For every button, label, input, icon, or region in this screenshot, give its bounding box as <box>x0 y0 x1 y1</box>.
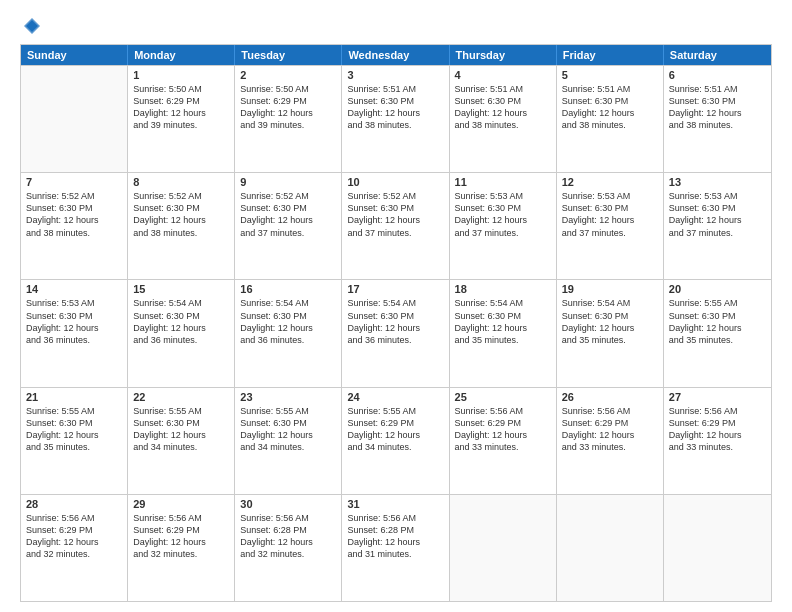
header-day-friday: Friday <box>557 45 664 65</box>
calendar-row-0: 1Sunrise: 5:50 AM Sunset: 6:29 PM Daylig… <box>21 65 771 172</box>
day-number: 18 <box>455 283 551 295</box>
header <box>20 16 772 36</box>
calendar-row-2: 14Sunrise: 5:53 AM Sunset: 6:30 PM Dayli… <box>21 279 771 386</box>
day-number: 30 <box>240 498 336 510</box>
day-number: 3 <box>347 69 443 81</box>
calendar-cell: 15Sunrise: 5:54 AM Sunset: 6:30 PM Dayli… <box>128 280 235 386</box>
day-number: 21 <box>26 391 122 403</box>
cell-details: Sunrise: 5:56 AM Sunset: 6:29 PM Dayligh… <box>455 405 551 454</box>
calendar-body: 1Sunrise: 5:50 AM Sunset: 6:29 PM Daylig… <box>21 65 771 601</box>
day-number: 11 <box>455 176 551 188</box>
calendar-cell: 29Sunrise: 5:56 AM Sunset: 6:29 PM Dayli… <box>128 495 235 601</box>
day-number: 13 <box>669 176 766 188</box>
cell-details: Sunrise: 5:52 AM Sunset: 6:30 PM Dayligh… <box>347 190 443 239</box>
calendar-row-4: 28Sunrise: 5:56 AM Sunset: 6:29 PM Dayli… <box>21 494 771 601</box>
cell-details: Sunrise: 5:53 AM Sunset: 6:30 PM Dayligh… <box>562 190 658 239</box>
cell-details: Sunrise: 5:53 AM Sunset: 6:30 PM Dayligh… <box>669 190 766 239</box>
cell-details: Sunrise: 5:56 AM Sunset: 6:28 PM Dayligh… <box>240 512 336 561</box>
day-number: 9 <box>240 176 336 188</box>
cell-details: Sunrise: 5:51 AM Sunset: 6:30 PM Dayligh… <box>669 83 766 132</box>
cell-details: Sunrise: 5:55 AM Sunset: 6:29 PM Dayligh… <box>347 405 443 454</box>
day-number: 15 <box>133 283 229 295</box>
page: SundayMondayTuesdayWednesdayThursdayFrid… <box>0 0 792 612</box>
day-number: 22 <box>133 391 229 403</box>
calendar-cell: 27Sunrise: 5:56 AM Sunset: 6:29 PM Dayli… <box>664 388 771 494</box>
logo-icon <box>22 16 42 36</box>
calendar-cell: 8Sunrise: 5:52 AM Sunset: 6:30 PM Daylig… <box>128 173 235 279</box>
calendar-cell: 31Sunrise: 5:56 AM Sunset: 6:28 PM Dayli… <box>342 495 449 601</box>
cell-details: Sunrise: 5:54 AM Sunset: 6:30 PM Dayligh… <box>240 297 336 346</box>
logo <box>20 16 42 36</box>
calendar-header: SundayMondayTuesdayWednesdayThursdayFrid… <box>21 45 771 65</box>
calendar-cell: 21Sunrise: 5:55 AM Sunset: 6:30 PM Dayli… <box>21 388 128 494</box>
day-number: 7 <box>26 176 122 188</box>
day-number: 29 <box>133 498 229 510</box>
calendar-cell: 13Sunrise: 5:53 AM Sunset: 6:30 PM Dayli… <box>664 173 771 279</box>
calendar: SundayMondayTuesdayWednesdayThursdayFrid… <box>20 44 772 602</box>
cell-details: Sunrise: 5:52 AM Sunset: 6:30 PM Dayligh… <box>26 190 122 239</box>
calendar-cell: 6Sunrise: 5:51 AM Sunset: 6:30 PM Daylig… <box>664 66 771 172</box>
day-number: 6 <box>669 69 766 81</box>
cell-details: Sunrise: 5:56 AM Sunset: 6:29 PM Dayligh… <box>562 405 658 454</box>
calendar-cell <box>21 66 128 172</box>
calendar-cell: 23Sunrise: 5:55 AM Sunset: 6:30 PM Dayli… <box>235 388 342 494</box>
day-number: 8 <box>133 176 229 188</box>
header-day-tuesday: Tuesday <box>235 45 342 65</box>
cell-details: Sunrise: 5:56 AM Sunset: 6:29 PM Dayligh… <box>133 512 229 561</box>
calendar-cell: 17Sunrise: 5:54 AM Sunset: 6:30 PM Dayli… <box>342 280 449 386</box>
calendar-cell: 16Sunrise: 5:54 AM Sunset: 6:30 PM Dayli… <box>235 280 342 386</box>
calendar-cell: 25Sunrise: 5:56 AM Sunset: 6:29 PM Dayli… <box>450 388 557 494</box>
calendar-cell: 30Sunrise: 5:56 AM Sunset: 6:28 PM Dayli… <box>235 495 342 601</box>
day-number: 20 <box>669 283 766 295</box>
day-number: 24 <box>347 391 443 403</box>
cell-details: Sunrise: 5:56 AM Sunset: 6:29 PM Dayligh… <box>669 405 766 454</box>
cell-details: Sunrise: 5:53 AM Sunset: 6:30 PM Dayligh… <box>455 190 551 239</box>
calendar-cell: 7Sunrise: 5:52 AM Sunset: 6:30 PM Daylig… <box>21 173 128 279</box>
calendar-cell: 4Sunrise: 5:51 AM Sunset: 6:30 PM Daylig… <box>450 66 557 172</box>
day-number: 1 <box>133 69 229 81</box>
cell-details: Sunrise: 5:56 AM Sunset: 6:28 PM Dayligh… <box>347 512 443 561</box>
calendar-cell: 3Sunrise: 5:51 AM Sunset: 6:30 PM Daylig… <box>342 66 449 172</box>
cell-details: Sunrise: 5:55 AM Sunset: 6:30 PM Dayligh… <box>240 405 336 454</box>
cell-details: Sunrise: 5:55 AM Sunset: 6:30 PM Dayligh… <box>669 297 766 346</box>
calendar-cell: 11Sunrise: 5:53 AM Sunset: 6:30 PM Dayli… <box>450 173 557 279</box>
header-day-saturday: Saturday <box>664 45 771 65</box>
header-day-monday: Monday <box>128 45 235 65</box>
day-number: 19 <box>562 283 658 295</box>
calendar-row-3: 21Sunrise: 5:55 AM Sunset: 6:30 PM Dayli… <box>21 387 771 494</box>
header-day-sunday: Sunday <box>21 45 128 65</box>
calendar-cell: 9Sunrise: 5:52 AM Sunset: 6:30 PM Daylig… <box>235 173 342 279</box>
cell-details: Sunrise: 5:50 AM Sunset: 6:29 PM Dayligh… <box>133 83 229 132</box>
cell-details: Sunrise: 5:55 AM Sunset: 6:30 PM Dayligh… <box>133 405 229 454</box>
cell-details: Sunrise: 5:55 AM Sunset: 6:30 PM Dayligh… <box>26 405 122 454</box>
day-number: 27 <box>669 391 766 403</box>
cell-details: Sunrise: 5:54 AM Sunset: 6:30 PM Dayligh… <box>133 297 229 346</box>
calendar-cell: 22Sunrise: 5:55 AM Sunset: 6:30 PM Dayli… <box>128 388 235 494</box>
cell-details: Sunrise: 5:56 AM Sunset: 6:29 PM Dayligh… <box>26 512 122 561</box>
calendar-cell: 26Sunrise: 5:56 AM Sunset: 6:29 PM Dayli… <box>557 388 664 494</box>
cell-details: Sunrise: 5:52 AM Sunset: 6:30 PM Dayligh… <box>240 190 336 239</box>
cell-details: Sunrise: 5:52 AM Sunset: 6:30 PM Dayligh… <box>133 190 229 239</box>
cell-details: Sunrise: 5:51 AM Sunset: 6:30 PM Dayligh… <box>455 83 551 132</box>
calendar-cell: 28Sunrise: 5:56 AM Sunset: 6:29 PM Dayli… <box>21 495 128 601</box>
calendar-cell: 14Sunrise: 5:53 AM Sunset: 6:30 PM Dayli… <box>21 280 128 386</box>
calendar-cell: 18Sunrise: 5:54 AM Sunset: 6:30 PM Dayli… <box>450 280 557 386</box>
calendar-cell: 1Sunrise: 5:50 AM Sunset: 6:29 PM Daylig… <box>128 66 235 172</box>
day-number: 31 <box>347 498 443 510</box>
cell-details: Sunrise: 5:54 AM Sunset: 6:30 PM Dayligh… <box>455 297 551 346</box>
cell-details: Sunrise: 5:51 AM Sunset: 6:30 PM Dayligh… <box>347 83 443 132</box>
day-number: 10 <box>347 176 443 188</box>
cell-details: Sunrise: 5:53 AM Sunset: 6:30 PM Dayligh… <box>26 297 122 346</box>
header-day-wednesday: Wednesday <box>342 45 449 65</box>
day-number: 5 <box>562 69 658 81</box>
calendar-row-1: 7Sunrise: 5:52 AM Sunset: 6:30 PM Daylig… <box>21 172 771 279</box>
calendar-cell: 5Sunrise: 5:51 AM Sunset: 6:30 PM Daylig… <box>557 66 664 172</box>
calendar-cell: 10Sunrise: 5:52 AM Sunset: 6:30 PM Dayli… <box>342 173 449 279</box>
cell-details: Sunrise: 5:50 AM Sunset: 6:29 PM Dayligh… <box>240 83 336 132</box>
header-day-thursday: Thursday <box>450 45 557 65</box>
cell-details: Sunrise: 5:51 AM Sunset: 6:30 PM Dayligh… <box>562 83 658 132</box>
calendar-cell <box>664 495 771 601</box>
day-number: 17 <box>347 283 443 295</box>
cell-details: Sunrise: 5:54 AM Sunset: 6:30 PM Dayligh… <box>347 297 443 346</box>
day-number: 4 <box>455 69 551 81</box>
